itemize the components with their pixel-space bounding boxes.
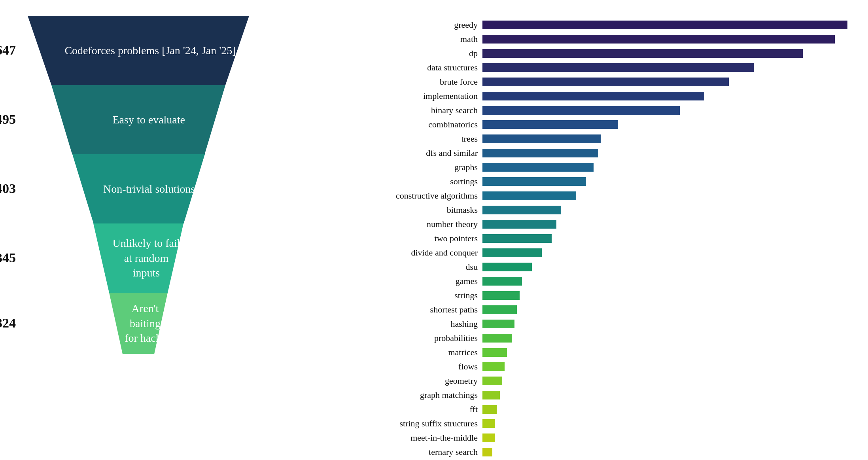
bar-area: [482, 419, 852, 428]
bar: [482, 78, 729, 86]
chart-bar-row: combinatorics: [356, 119, 852, 130]
bar-label: probabilities: [356, 333, 482, 343]
bar-label: data structures: [356, 62, 482, 73]
bar: [482, 92, 704, 100]
bar: [482, 362, 505, 371]
bar-label: games: [356, 276, 482, 286]
chart-bar-row: probabilities: [356, 333, 852, 343]
bar-label: sortings: [356, 176, 482, 187]
bar-area: [482, 405, 852, 414]
bar: [482, 291, 520, 300]
bar-area: [482, 191, 852, 200]
bar: [482, 448, 492, 456]
bar: [482, 419, 495, 428]
bar: [482, 163, 594, 172]
bar-label: two pointers: [356, 233, 482, 244]
bar-area: [482, 163, 852, 172]
bar-area: [482, 248, 852, 257]
chart-bar-row: dfs and similar: [356, 148, 852, 158]
bar-label: binary search: [356, 105, 482, 115]
chart-bar-row: dsu: [356, 262, 852, 272]
bar-area: [482, 106, 852, 115]
bar-label: hashing: [356, 319, 482, 329]
bar-area: [482, 320, 852, 328]
bar-label: graphs: [356, 162, 482, 172]
chart-bar-row: divide and conquer: [356, 248, 852, 258]
chart-bar-row: trees: [356, 134, 852, 144]
bar-label: number theory: [356, 219, 482, 229]
bar-area: [482, 334, 852, 343]
chart-bar-row: implementation: [356, 91, 852, 101]
bar-area: [482, 220, 852, 229]
chart-bar-row: data structures: [356, 62, 852, 73]
bar-label: constructive algorithms: [356, 191, 482, 201]
funnel-wrapper: Codeforces problems [Jan '24, Jan '25]Ea…: [28, 16, 249, 354]
bar-area: [482, 92, 852, 100]
bar-label: flows: [356, 362, 482, 372]
bar-label: matrices: [356, 347, 482, 358]
bar-label: math: [356, 34, 482, 44]
bar: [482, 320, 514, 328]
bar: [482, 106, 680, 115]
bar-area: [482, 206, 852, 214]
bar: [482, 334, 512, 343]
bar: [482, 220, 556, 229]
bar: [482, 277, 522, 286]
bar: [482, 120, 618, 129]
chart-bar-row: games: [356, 276, 852, 286]
bar-area: [482, 120, 852, 129]
bar-area: [482, 234, 852, 243]
bar: [482, 391, 500, 399]
chart-bar-row: sortings: [356, 176, 852, 187]
chart-bar-row: binary search: [356, 105, 852, 115]
funnel-count-4: 345: [0, 250, 16, 265]
bar-label: implementation: [356, 91, 482, 101]
chart-bar-row: dp: [356, 48, 852, 59]
chart-bar-row: bitmasks: [356, 205, 852, 215]
bar-area: [482, 291, 852, 300]
bar-area: [482, 263, 852, 271]
chart-bar-row: ternary search: [356, 447, 852, 457]
chart-bar-row: graph matchings: [356, 390, 852, 400]
bar-area: [482, 63, 852, 72]
bar: [482, 149, 598, 157]
bar-label: meet-in-the-middle: [356, 433, 482, 443]
bar: [482, 248, 542, 257]
chart-bar-row: greedy: [356, 20, 852, 30]
bar-area: [482, 448, 852, 456]
bar-label: ternary search: [356, 447, 482, 457]
chart-bar-row: hashing: [356, 319, 852, 329]
funnel-section: 647495403345324 Codeforces problems [Jan…: [16, 16, 324, 354]
bar-area: [482, 177, 852, 186]
bar: [482, 134, 601, 143]
chart-bar-row: strings: [356, 290, 852, 301]
bar-label: divide and conquer: [356, 248, 482, 258]
bar: [482, 433, 495, 442]
bar: [482, 206, 561, 214]
bar: [482, 63, 754, 72]
bar: [482, 305, 517, 314]
bar-label: trees: [356, 134, 482, 144]
chart-bar-row: constructive algorithms: [356, 191, 852, 201]
chart-bar-row: number theory: [356, 219, 852, 229]
chart-section: greedymathdpdata structuresbrute forceim…: [356, 16, 852, 460]
bar-label: graph matchings: [356, 390, 482, 400]
bar-label: dp: [356, 48, 482, 59]
bar: [482, 348, 507, 357]
bar-label: dfs and similar: [356, 148, 482, 158]
chart-bar-row: two pointers: [356, 233, 852, 244]
bar-label: bitmasks: [356, 205, 482, 215]
bar-area: [482, 362, 852, 371]
bar-area: [482, 348, 852, 357]
chart-bar-row: string suffix structures: [356, 418, 852, 429]
bar: [482, 49, 803, 58]
bar: [482, 405, 497, 414]
bar-area: [482, 305, 852, 314]
bar-label: greedy: [356, 20, 482, 30]
bar-area: [482, 21, 852, 29]
bar-area: [482, 433, 852, 442]
bar-area: [482, 134, 852, 143]
chart-bar-row: shortest paths: [356, 305, 852, 315]
chart-bar-row: flows: [356, 362, 852, 372]
bar: [482, 234, 552, 243]
